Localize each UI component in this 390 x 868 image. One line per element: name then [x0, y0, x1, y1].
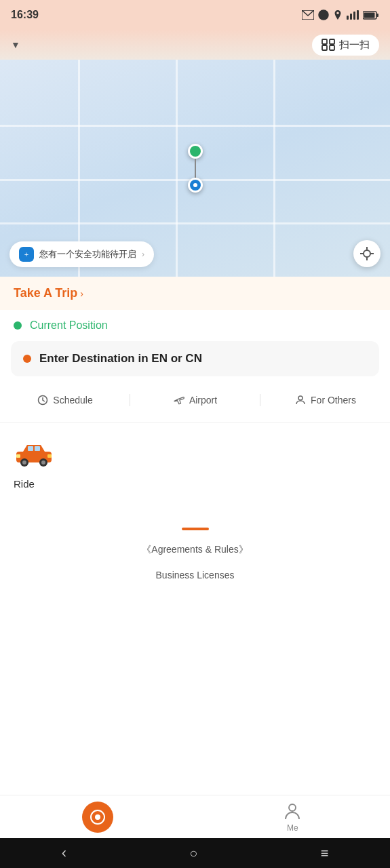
- svg-rect-3: [350, 14, 352, 20]
- svg-rect-8: [364, 12, 375, 18]
- android-nav: ‹ ○ ≡: [0, 838, 390, 868]
- safety-chevron: ›: [142, 250, 144, 259]
- scan-label: 扫一扫: [339, 39, 370, 52]
- person-icon: [294, 394, 307, 406]
- car-icon: [14, 439, 54, 473]
- footer-section: 《Agreements & Rules》 Business Licenses: [0, 500, 390, 594]
- shield-icon: +: [19, 247, 34, 262]
- location-icon: [333, 9, 343, 20]
- map-area: + 您有一个安全功能待开启 ›: [0, 60, 390, 277]
- scan-icon: [321, 39, 335, 51]
- ride-label: Ride: [14, 478, 35, 490]
- home-icon-inner: [90, 810, 105, 825]
- bottom-card: Take A Trip › Current Position Enter Des…: [0, 277, 390, 669]
- back-button[interactable]: ‹: [62, 844, 66, 862]
- top-bar: ▼ 扫一扫: [0, 30, 390, 60]
- destination-pin: [188, 178, 203, 193]
- svg-rect-28: [47, 454, 52, 458]
- svg-rect-22: [35, 446, 40, 451]
- agreements-link[interactable]: 《Agreements & Rules》: [142, 544, 248, 556]
- svg-rect-5: [357, 10, 359, 20]
- for-others-label: For Others: [311, 395, 356, 406]
- airport-option[interactable]: Airport: [130, 389, 260, 412]
- svg-rect-2: [347, 16, 349, 20]
- nav-me[interactable]: Me: [195, 802, 391, 833]
- take-trip-label: Take A Trip: [14, 286, 77, 300]
- scan-button[interactable]: 扫一扫: [312, 35, 379, 56]
- bottom-nav: Me: [0, 795, 390, 838]
- svg-point-26: [41, 460, 45, 465]
- check-icon: [318, 9, 329, 20]
- options-row: Schedule Airport For Others: [0, 386, 390, 423]
- safety-text: 您有一个安全功能待开启: [39, 248, 136, 260]
- home-icon: [82, 802, 113, 833]
- status-bar: 16:39: [0, 0, 390, 30]
- svg-point-29: [289, 804, 296, 811]
- status-time: 16:39: [11, 9, 39, 21]
- svg-rect-4: [353, 12, 355, 20]
- crosshair-icon: [359, 246, 374, 261]
- svg-rect-12: [330, 45, 334, 50]
- destination-input-row[interactable]: Enter Destination in EN or CN: [11, 341, 379, 376]
- svg-rect-11: [322, 45, 327, 50]
- svg-rect-9: [322, 39, 327, 44]
- mail-icon: [302, 10, 314, 20]
- destination-dot: [23, 355, 31, 363]
- svg-point-13: [364, 250, 370, 257]
- me-icon: [283, 802, 302, 821]
- route-pins: [188, 144, 203, 193]
- destination-text: Enter Destination in EN or CN: [39, 352, 202, 366]
- battery-icon: [363, 11, 379, 20]
- me-label: Me: [287, 823, 298, 833]
- airport-label: Airport: [189, 395, 217, 406]
- nav-home[interactable]: [0, 802, 195, 833]
- schedule-icon: [37, 394, 49, 406]
- home-icon-dot: [95, 814, 100, 820]
- current-position-dot: [14, 321, 22, 330]
- current-position-text: Current Position: [30, 319, 108, 332]
- home-button[interactable]: ○: [189, 846, 197, 861]
- dropdown-arrow[interactable]: ▼: [11, 39, 20, 50]
- svg-point-1: [319, 10, 328, 20]
- svg-rect-7: [376, 14, 378, 17]
- ride-section[interactable]: Ride: [0, 423, 390, 500]
- current-position-row[interactable]: Current Position: [0, 310, 390, 341]
- pin-line: [195, 159, 196, 178]
- location-button[interactable]: [353, 240, 381, 267]
- status-icons: [302, 9, 379, 20]
- svg-rect-21: [28, 446, 33, 451]
- for-others-option[interactable]: For Others: [260, 389, 390, 412]
- svg-point-19: [298, 396, 303, 400]
- airport-icon: [173, 394, 185, 406]
- origin-pin: [188, 144, 203, 159]
- svg-rect-10: [330, 39, 334, 44]
- take-trip-bar[interactable]: Take A Trip ›: [0, 277, 390, 310]
- schedule-option[interactable]: Schedule: [0, 389, 130, 412]
- signal-icon: [347, 10, 359, 20]
- schedule-label: Schedule: [53, 395, 92, 406]
- svg-rect-27: [16, 454, 20, 458]
- safety-notice[interactable]: + 您有一个安全功能待开启 ›: [9, 241, 154, 267]
- menu-button[interactable]: ≡: [321, 846, 329, 861]
- svg-point-24: [22, 460, 26, 465]
- footer-separator: [182, 528, 209, 530]
- licenses-link[interactable]: Business Licenses: [156, 570, 235, 580]
- take-trip-chevron: ›: [80, 288, 83, 299]
